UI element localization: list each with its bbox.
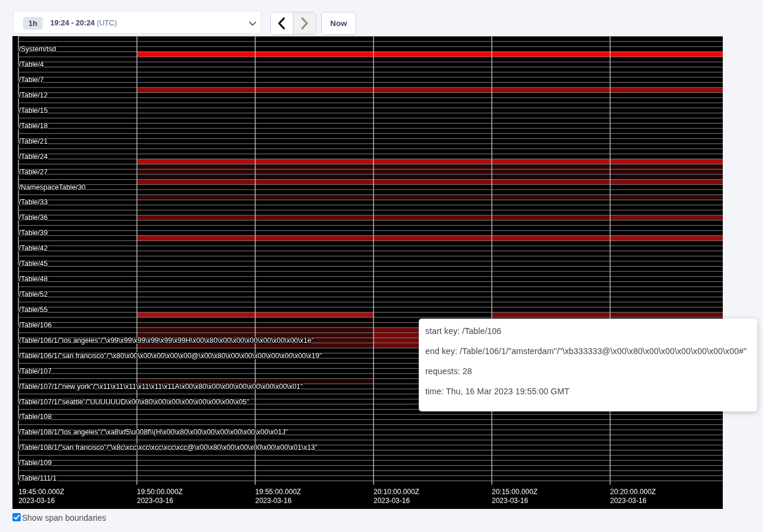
svg-text:/Table/107/1/"seattle"/"UUUUUU: /Table/107/1/"seattle"/"UUUUUUD\x00\x80\… bbox=[19, 398, 249, 406]
svg-text:/Table/7: /Table/7 bbox=[19, 76, 44, 84]
svg-text:2023-03-16: 2023-03-16 bbox=[374, 497, 410, 505]
svg-text:/Table/107/1/"new york"/"\x11\: /Table/107/1/"new york"/"\x11\x11\x11\x1… bbox=[19, 382, 303, 391]
svg-text:/Table/106/1/"san francisco"/": /Table/106/1/"san francisco"/"\x80\x00\x… bbox=[19, 352, 322, 360]
svg-text:/Table/33: /Table/33 bbox=[19, 198, 48, 206]
svg-text:20:20:00.000Z: 20:20:00.000Z bbox=[610, 488, 656, 496]
svg-text:/Table/39: /Table/39 bbox=[19, 229, 48, 237]
svg-text:/Table/108: /Table/108 bbox=[19, 413, 52, 421]
svg-text:19:50:00.000Z: 19:50:00.000Z bbox=[137, 488, 183, 496]
svg-text:/System/tsd: /System/tsd bbox=[19, 45, 56, 53]
svg-text:/Table/36: /Table/36 bbox=[19, 213, 48, 222]
svg-text:/Table/109: /Table/109 bbox=[19, 459, 52, 467]
svg-text:/Table/55: /Table/55 bbox=[19, 306, 48, 314]
svg-text:/Table/106/1/"los angeles"/"\x: /Table/106/1/"los angeles"/"\x99\x99\x99… bbox=[19, 336, 314, 345]
svg-text:/Table/45: /Table/45 bbox=[19, 259, 48, 268]
svg-text:19:45:00.000Z: 19:45:00.000Z bbox=[18, 488, 64, 496]
svg-text:/NamespaceTable/30: /NamespaceTable/30 bbox=[19, 183, 86, 192]
svg-text:/Table/111/1: /Table/111/1 bbox=[19, 474, 57, 482]
svg-text:/Table/27: /Table/27 bbox=[19, 168, 48, 176]
svg-text:/Table/48: /Table/48 bbox=[19, 275, 48, 283]
svg-text:/Table/12: /Table/12 bbox=[19, 91, 48, 99]
svg-text:2023-03-16: 2023-03-16 bbox=[492, 497, 529, 505]
svg-text:/Table/42: /Table/42 bbox=[19, 244, 48, 252]
svg-text:19:55:00.000Z: 19:55:00.000Z bbox=[256, 488, 301, 496]
svg-text:2023-03-16: 2023-03-16 bbox=[18, 497, 55, 505]
svg-text:/Table/108/1/"los angeles"/"\x: /Table/108/1/"los angeles"/"\xa8\xf5\u00… bbox=[19, 428, 288, 436]
svg-text:/Table/21: /Table/21 bbox=[19, 137, 48, 145]
svg-text:/Table/52: /Table/52 bbox=[19, 290, 48, 299]
svg-text:/Table/108/1/"san francisco"/": /Table/108/1/"san francisco"/"\x8c\xcc\x… bbox=[19, 443, 318, 452]
svg-text:/Table/106: /Table/106 bbox=[19, 321, 52, 329]
svg-text:2023-03-16: 2023-03-16 bbox=[137, 497, 174, 505]
svg-text:/Table/107: /Table/107 bbox=[19, 367, 52, 375]
svg-text:2023-03-16: 2023-03-16 bbox=[256, 497, 292, 505]
svg-text:20:10:00.000Z: 20:10:00.000Z bbox=[374, 488, 419, 496]
svg-text:/Table/15: /Table/15 bbox=[19, 106, 48, 115]
svg-text:/Table/24: /Table/24 bbox=[19, 153, 48, 161]
svg-text:20:15:00.000Z: 20:15:00.000Z bbox=[492, 488, 538, 496]
svg-text:/Table/4: /Table/4 bbox=[19, 60, 44, 69]
svg-text:/Table/18: /Table/18 bbox=[19, 122, 48, 130]
svg-text:2023-03-16: 2023-03-16 bbox=[610, 497, 647, 505]
